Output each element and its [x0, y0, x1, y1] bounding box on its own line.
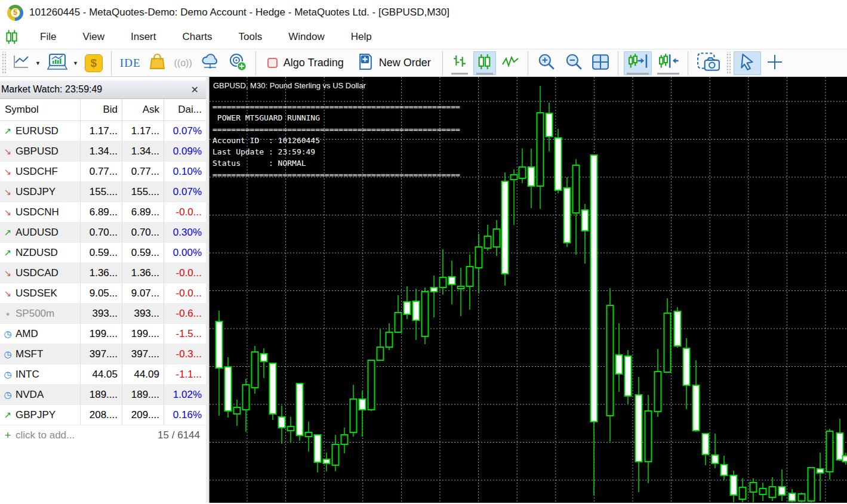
- ask-value: 0.70...: [122, 222, 164, 242]
- symbol-cell: ◷MSFT: [0, 344, 81, 364]
- symbol-cell: ↗AUDUSD: [0, 222, 81, 242]
- bid-value: 393...: [81, 304, 122, 323]
- cursor-tool-button[interactable]: [734, 51, 761, 75]
- market-row-AMD[interactable]: ◷AMD199....199....-1.5...: [0, 324, 206, 344]
- bid-value: 1.36...: [81, 263, 122, 283]
- chart-profiles-button[interactable]: [44, 51, 70, 75]
- column-daily[interactable]: Dai...: [164, 99, 206, 120]
- candles-arrow-right-icon: [627, 52, 649, 74]
- ohlc-bars-icon: [451, 54, 467, 72]
- market-row-USDSEK[interactable]: ↘USDSEK9.05...9.07...-0.0...: [0, 283, 206, 304]
- algo-trading-button[interactable]: Algo Trading: [261, 51, 350, 75]
- algo-trading-icon: [267, 58, 278, 68]
- market-button[interactable]: [146, 51, 169, 75]
- candlestick-icon: [476, 54, 492, 72]
- signals-button[interactable]: ((o)): [171, 51, 195, 75]
- vps-cloud-button[interactable]: [198, 51, 223, 75]
- symbol-name: USDCAD: [16, 267, 58, 279]
- market-row-GBPJPY[interactable]: ↗GBPJPY208....209....0.16%: [0, 405, 206, 425]
- crosshair-icon: [766, 54, 783, 73]
- market-row-USDCHF[interactable]: ↘USDCHF0.77...0.77...0.10%: [0, 162, 206, 182]
- toolbar-separator: [442, 51, 443, 75]
- main-toolbar: ▼ ▼ $ IDE ((o)): [0, 49, 847, 77]
- symbol-name: SP500m: [16, 308, 54, 320]
- chevron-down-icon[interactable]: ▼: [35, 60, 41, 66]
- daily-change-value: -0.6...: [164, 304, 206, 323]
- menu-insert[interactable]: Insert: [118, 28, 170, 46]
- logo-digit: 5: [10, 8, 20, 18]
- bid-value: 6.89...: [81, 202, 122, 222]
- toolbar-drag-handle[interactable]: [726, 52, 731, 75]
- market-watch-rows: ↗EURUSD1.17...1.17...0.07%↘GBPUSD1.34...…: [0, 121, 206, 425]
- menu-window[interactable]: Window: [275, 28, 337, 46]
- column-ask[interactable]: Ask: [122, 99, 164, 120]
- chart-shift-button[interactable]: [654, 51, 682, 75]
- tile-windows-button[interactable]: [589, 51, 612, 75]
- ide-button[interactable]: IDE: [117, 51, 144, 75]
- symbol-cell: ◷INTC: [0, 364, 81, 384]
- daily-change-value: 0.16%: [164, 405, 206, 425]
- market-row-NZDUSD[interactable]: ↗NZDUSD0.59...0.59...0.00%: [0, 243, 206, 263]
- menu-charts[interactable]: Charts: [169, 28, 225, 46]
- bar-chart-mode-button[interactable]: [448, 51, 471, 75]
- target-add-icon: [228, 52, 247, 74]
- symbols-button[interactable]: $: [82, 51, 106, 75]
- bid-value: 1.17...: [81, 121, 122, 141]
- chevron-down-icon[interactable]: ▼: [73, 60, 78, 66]
- symbol-name: AUDUSD: [16, 227, 58, 239]
- menu-help[interactable]: Help: [338, 28, 385, 46]
- menu-view[interactable]: View: [69, 28, 118, 46]
- shopping-bag-icon: [149, 53, 165, 73]
- symbol-name: USDSEK: [16, 287, 57, 299]
- symbol-cell: ↘USDCNH: [0, 202, 81, 222]
- toolbar-separator: [111, 51, 112, 75]
- symbol-cell: ↘GBPUSD: [0, 141, 81, 161]
- market-row-USDCNH[interactable]: ↘USDCNH6.89...6.89...-0.0...: [0, 202, 206, 222]
- scroll-to-end-button[interactable]: [624, 51, 652, 75]
- market-row-MSFT[interactable]: ◷MSFT397....397....-0.3...: [0, 344, 206, 364]
- zoom-in-button[interactable]: [534, 51, 559, 75]
- trend-down-icon: ↘: [0, 166, 16, 177]
- market-watch-footer[interactable]: + click to add... 15 / 6144: [0, 425, 206, 446]
- line-chart-mode-button[interactable]: [498, 51, 522, 75]
- trend-clock-icon: ◷: [0, 369, 16, 380]
- market-row-USDCAD[interactable]: ↘USDCAD1.36...1.36...-0.0...: [0, 263, 206, 283]
- chart-area[interactable]: GBPUSD, M30: Pound Sterling vs US Dollar…: [210, 77, 847, 503]
- crosshair-tool-button[interactable]: [763, 51, 786, 75]
- symbol-cell: ↘USDJPY: [0, 182, 81, 202]
- ask-value: 9.07...: [122, 283, 164, 303]
- market-row-SP500m[interactable]: ●SP500m393...393...-0.6...: [0, 304, 206, 324]
- market-row-GBPUSD[interactable]: ↘GBPUSD1.34...1.34...0.09%: [0, 141, 206, 162]
- zoom-out-button[interactable]: [561, 51, 586, 75]
- menu-tools[interactable]: Tools: [226, 28, 276, 46]
- daily-change-value: -0.0...: [164, 202, 206, 222]
- click-to-add-label[interactable]: click to add...: [16, 429, 75, 441]
- menu-file[interactable]: File: [27, 28, 69, 46]
- market-row-INTC[interactable]: ◷INTC44.0544.09-1.1...: [0, 364, 206, 385]
- symbol-name: GBPJPY: [16, 409, 56, 421]
- trend-down-icon: ↘: [0, 288, 16, 299]
- ask-value: 0.59...: [122, 243, 164, 262]
- new-order-button[interactable]: New Order: [352, 51, 437, 75]
- market-row-EURUSD[interactable]: ↗EURUSD1.17...1.17...0.07%: [0, 121, 206, 141]
- market-row-AUDUSD[interactable]: ↗AUDUSD0.70...0.70...0.30%: [0, 222, 206, 243]
- column-bid[interactable]: Bid: [81, 99, 122, 120]
- trend-up-icon: ↗: [0, 126, 16, 137]
- market-watch-titlebar[interactable]: Market Watch: 23:59:49 ✕: [0, 81, 206, 99]
- close-icon[interactable]: ✕: [187, 84, 202, 95]
- ask-value: 397....: [122, 344, 164, 364]
- add-signal-button[interactable]: [225, 51, 250, 75]
- screenshot-button[interactable]: [694, 51, 723, 75]
- column-symbol[interactable]: Symbol: [0, 99, 81, 120]
- candlestick-mode-button[interactable]: [473, 51, 496, 75]
- add-symbol-icon[interactable]: +: [0, 429, 16, 442]
- toolbar-drag-handle[interactable]: [1, 52, 7, 75]
- trend-up-icon: ↗: [0, 248, 16, 258]
- market-row-NVDA[interactable]: ◷NVDA189....189....1.02%: [0, 385, 206, 405]
- daily-change-value: -0.0...: [164, 263, 206, 283]
- bid-value: 0.70...: [81, 222, 122, 242]
- new-order-icon: [358, 53, 373, 73]
- new-chart-button[interactable]: [9, 51, 33, 75]
- market-row-USDJPY[interactable]: ↘USDJPY155....155....0.07%: [0, 182, 206, 202]
- daily-change-value: -0.3...: [164, 344, 206, 364]
